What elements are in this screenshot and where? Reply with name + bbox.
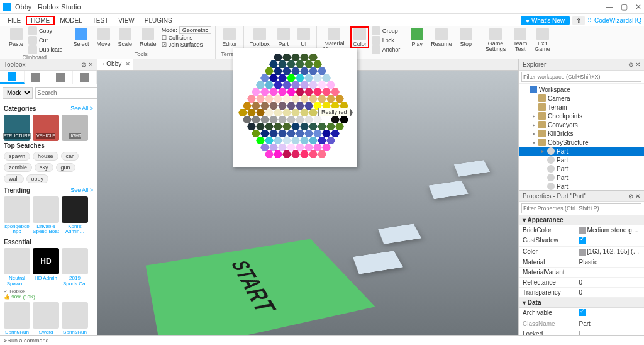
categories-seeall[interactable]: See All > bbox=[70, 105, 93, 112]
color-swatch[interactable] bbox=[256, 95, 265, 103]
cut-button[interactable]: Cut bbox=[28, 36, 63, 45]
color-swatch[interactable] bbox=[252, 116, 260, 123]
color-swatch[interactable] bbox=[331, 116, 340, 123]
color-swatch[interactable] bbox=[274, 95, 282, 103]
color-swatch[interactable] bbox=[300, 95, 309, 103]
collab-icon[interactable]: ⠿ bbox=[587, 17, 592, 24]
toolbox-tab-marketplace[interactable] bbox=[0, 71, 25, 84]
color-swatch[interactable] bbox=[265, 109, 274, 116]
color-swatch[interactable] bbox=[265, 150, 274, 158]
obby-part[interactable] bbox=[429, 181, 469, 199]
color-swatch[interactable] bbox=[291, 123, 300, 130]
asset-card[interactable]: 2019 Sports Car // Rosh bbox=[62, 248, 88, 287]
color-swatch[interactable] bbox=[300, 81, 309, 89]
color-swatch[interactable] bbox=[260, 88, 269, 96]
join-surfaces-toggle[interactable]: ☑ Join Surfaces bbox=[162, 42, 212, 48]
color-swatch[interactable] bbox=[243, 116, 252, 123]
color-swatch[interactable] bbox=[269, 116, 278, 123]
color-swatch[interactable] bbox=[274, 109, 282, 116]
color-swatch[interactable] bbox=[265, 123, 274, 130]
obby-part[interactable] bbox=[378, 224, 421, 244]
search-tag[interactable]: obby bbox=[26, 174, 49, 183]
menu-view[interactable]: VIEW bbox=[113, 16, 140, 25]
color-swatch[interactable] bbox=[309, 54, 318, 61]
property-row[interactable]: Reflectance0 bbox=[519, 278, 644, 288]
stop-button[interactable]: Stop bbox=[457, 26, 475, 48]
color-swatch[interactable] bbox=[309, 67, 318, 75]
tree-item[interactable]: ▸Checkpoints bbox=[519, 111, 644, 120]
property-row[interactable]: MaterialPlastic bbox=[519, 257, 644, 268]
color-swatch[interactable] bbox=[265, 137, 274, 144]
collisions-toggle[interactable]: ☐ Collisions bbox=[162, 35, 212, 41]
color-swatch[interactable] bbox=[304, 102, 313, 110]
property-row[interactable]: BrickColorMedium stone grey bbox=[519, 225, 644, 235]
search-tag[interactable]: gun bbox=[56, 163, 75, 172]
color-swatch[interactable] bbox=[313, 60, 322, 68]
play-button[interactable]: Play bbox=[408, 26, 426, 48]
color-swatch[interactable] bbox=[265, 81, 274, 89]
color-swatch[interactable] bbox=[247, 95, 256, 103]
maximize-button[interactable]: ▢ bbox=[621, 3, 628, 11]
toolbox-button[interactable]: Toolbox bbox=[248, 26, 272, 48]
color-swatch[interactable] bbox=[322, 74, 331, 82]
color-swatch[interactable] bbox=[278, 74, 287, 82]
color-swatch[interactable] bbox=[269, 144, 278, 151]
tree-item[interactable]: Part bbox=[519, 182, 644, 190]
property-row[interactable]: ClassNamePart bbox=[519, 319, 644, 329]
color-swatch[interactable] bbox=[269, 102, 278, 110]
color-swatch[interactable] bbox=[296, 88, 304, 96]
color-swatch[interactable] bbox=[322, 130, 331, 137]
property-row[interactable]: CastShadow bbox=[519, 235, 644, 247]
tree-item[interactable]: ▸Part bbox=[519, 147, 644, 156]
asset-card[interactable]: Sprint/Run Button… bbox=[4, 302, 30, 335]
color-swatch[interactable] bbox=[274, 67, 282, 75]
color-swatch[interactable] bbox=[313, 144, 322, 151]
color-swatch[interactable] bbox=[318, 137, 326, 144]
color-swatch[interactable] bbox=[313, 116, 322, 123]
search-tag[interactable]: wall bbox=[4, 174, 24, 183]
color-swatch[interactable] bbox=[326, 81, 335, 89]
color-swatch[interactable] bbox=[282, 109, 291, 116]
duplicate-button[interactable]: Duplicate bbox=[28, 45, 63, 54]
property-group[interactable]: ▾ Data bbox=[519, 298, 644, 308]
share-button[interactable]: ⇪ bbox=[572, 16, 585, 25]
close-button[interactable]: ✕ bbox=[635, 3, 641, 11]
color-swatch[interactable] bbox=[287, 144, 296, 151]
color-swatch[interactable] bbox=[282, 123, 291, 130]
menu-file[interactable]: FILE bbox=[3, 16, 26, 25]
color-swatch[interactable] bbox=[278, 130, 287, 137]
color-swatch[interactable] bbox=[269, 74, 278, 82]
exit-game[interactable]: Exit Game bbox=[532, 26, 553, 54]
color-swatch[interactable] bbox=[304, 130, 313, 137]
whats-new-button[interactable]: ● What's New bbox=[521, 16, 570, 25]
menu-plugins[interactable]: PLUGINS bbox=[140, 16, 177, 25]
obby-part[interactable] bbox=[454, 160, 490, 176]
asset-card[interactable]: Drivable Speed Boat bbox=[33, 196, 59, 235]
asset-card[interactable]: Sprint/Run Button… bbox=[62, 302, 88, 335]
color-swatch[interactable] bbox=[287, 130, 296, 137]
color-swatch[interactable] bbox=[274, 137, 282, 144]
color-swatch[interactable] bbox=[304, 74, 313, 82]
search-tag[interactable]: spawn bbox=[4, 152, 30, 161]
color-picker-popup[interactable]: Really red bbox=[233, 48, 357, 167]
property-row[interactable]: Archivable bbox=[519, 308, 644, 319]
color-swatch[interactable] bbox=[291, 54, 300, 61]
color-swatch[interactable] bbox=[318, 95, 326, 103]
color-swatch[interactable] bbox=[335, 95, 344, 103]
color-swatch[interactable] bbox=[260, 130, 269, 137]
color-swatch[interactable] bbox=[256, 137, 265, 144]
properties-close[interactable]: ⊘ ✕ bbox=[628, 193, 640, 200]
search-tag[interactable]: zombie bbox=[4, 163, 32, 172]
property-row[interactable]: Transparency0 bbox=[519, 288, 644, 298]
trending-seeall[interactable]: See All > bbox=[70, 187, 93, 194]
color-swatch[interactable] bbox=[278, 88, 287, 96]
tree-item[interactable]: Part bbox=[519, 156, 644, 164]
property-row[interactable]: MaterialVariant bbox=[519, 268, 644, 278]
color-swatch[interactable] bbox=[313, 130, 322, 137]
color-swatch[interactable] bbox=[256, 109, 265, 116]
color-swatch[interactable] bbox=[340, 116, 348, 123]
color-swatch[interactable] bbox=[282, 67, 291, 75]
color-swatch[interactable] bbox=[260, 144, 269, 151]
color-swatch[interactable] bbox=[282, 81, 291, 89]
toolbox-category-select[interactable]: Models bbox=[3, 87, 33, 99]
